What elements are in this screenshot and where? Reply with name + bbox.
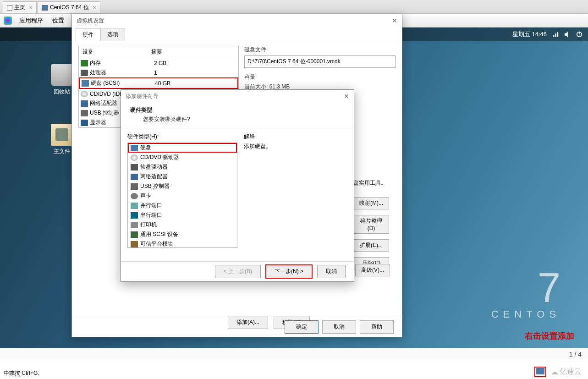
explain-label: 解释 bbox=[244, 133, 347, 141]
hardware-icon bbox=[131, 222, 138, 228]
menu-places[interactable]: 位置 bbox=[48, 15, 69, 27]
hardware-item-label: CD/DVD 驱动器 bbox=[140, 154, 179, 161]
device-name: 处理器 bbox=[90, 69, 154, 77]
hardware-type-item[interactable]: 打印机 bbox=[128, 220, 237, 230]
hardware-item-label: 硬盘 bbox=[140, 144, 151, 152]
app-icon bbox=[4, 16, 12, 25]
close-icon[interactable]: ✕ bbox=[29, 5, 33, 10]
svg-marker-3 bbox=[565, 32, 568, 37]
tab-options[interactable]: 选项 bbox=[100, 28, 125, 41]
hardware-item-label: 打印机 bbox=[140, 221, 157, 229]
volume-icon[interactable] bbox=[564, 31, 571, 38]
hardware-type-item[interactable]: 串行端口 bbox=[128, 210, 237, 220]
menu-applications[interactable]: 应用程序 bbox=[15, 15, 48, 27]
wizard-footer: < 上一步(B) 下一步(N) > 取消 bbox=[121, 261, 354, 281]
wizard-heading: 硬件类型 bbox=[130, 106, 345, 114]
hardware-type-item[interactable]: 声卡 bbox=[128, 191, 237, 201]
tray: ☁ 亿速云 bbox=[534, 367, 582, 377]
monitor-icon bbox=[42, 5, 48, 11]
hardware-icon bbox=[131, 203, 138, 209]
hardware-type-list[interactable]: 硬盘CD/DVD 驱动器软盘驱动器网络适配器USB 控制器声卡并行端口串行端口打… bbox=[127, 143, 237, 248]
hardware-type-item[interactable]: 软盘驱动器 bbox=[128, 162, 237, 172]
hardware-icon bbox=[131, 212, 138, 219]
expand-button[interactable]: 扩展(E)... bbox=[353, 239, 389, 252]
svg-rect-2 bbox=[557, 32, 559, 37]
back-button: < 上一步(B) bbox=[215, 265, 261, 278]
hardware-type-item[interactable]: USB 控制器 bbox=[128, 181, 237, 191]
device-summary: 40 GB bbox=[155, 80, 236, 87]
hardware-icon bbox=[131, 154, 138, 161]
status-bar: 中或按 Ctrl+G。 ☁ 亿速云 bbox=[0, 360, 588, 379]
settings-titlebar: 虚拟机设置 ✕ bbox=[72, 14, 402, 27]
device-icon bbox=[81, 60, 88, 66]
hardware-type-item[interactable]: 可信平台模块 bbox=[128, 239, 237, 248]
settings-footer: 确定 取消 帮助 bbox=[72, 317, 402, 337]
hardware-icon bbox=[131, 164, 138, 170]
svg-rect-1 bbox=[555, 33, 556, 37]
hardware-item-label: 并行端口 bbox=[140, 202, 162, 209]
hardware-type-item[interactable]: 网络适配器 bbox=[128, 172, 237, 181]
hardware-item-label: USB 控制器 bbox=[140, 182, 170, 190]
power-icon[interactable] bbox=[576, 31, 583, 38]
advanced-button[interactable]: 高级(V)... bbox=[355, 264, 390, 276]
svg-rect-0 bbox=[553, 35, 555, 37]
explain-text: 添加硬盘。 bbox=[244, 143, 347, 150]
hardware-icon bbox=[131, 183, 138, 190]
hardware-icon bbox=[131, 231, 138, 238]
device-summary: 2 GB bbox=[154, 60, 236, 66]
help-button[interactable]: 帮助 bbox=[360, 320, 394, 334]
device-row[interactable]: 硬盘 (SCSI)40 GB bbox=[79, 77, 238, 89]
header-device: 设备 bbox=[79, 46, 148, 58]
hardware-item-label: 网络适配器 bbox=[140, 173, 168, 181]
device-icon bbox=[81, 100, 88, 107]
defrag-button[interactable]: 碎片整理(D) bbox=[353, 215, 389, 234]
explain-panel: 解释 添加硬盘。 bbox=[244, 133, 347, 248]
device-list-header: 设备 摘要 bbox=[79, 46, 238, 58]
page-count: 1 / 4 bbox=[569, 351, 582, 358]
device-icon bbox=[81, 110, 88, 116]
hardware-item-label: 串行端口 bbox=[140, 211, 162, 219]
capacity-label: 容量 bbox=[244, 73, 396, 81]
tab-hardware[interactable]: 硬件 bbox=[76, 28, 100, 41]
device-icon bbox=[81, 120, 88, 126]
wizard-cancel-button[interactable]: 取消 bbox=[317, 265, 346, 278]
hardware-type-item[interactable]: 并行端口 bbox=[128, 201, 237, 210]
hardware-type-item[interactable]: 硬盘 bbox=[128, 143, 237, 153]
device-row[interactable]: 处理器1 bbox=[79, 68, 238, 77]
hardware-type-item[interactable]: 通用 SCSI 设备 bbox=[128, 230, 237, 239]
tab-home[interactable]: 主页 ✕ bbox=[3, 1, 37, 13]
hardware-item-label: 可信平台模块 bbox=[140, 240, 173, 248]
tab-vm[interactable]: CentOS 7 64 位 ✕ bbox=[38, 1, 100, 13]
settings-title: 虚拟机设置 bbox=[77, 17, 104, 25]
wizard-header: 硬件类型 您要安装哪类硬件? bbox=[121, 103, 354, 128]
status-text: 中或按 Ctrl+G。 bbox=[4, 369, 43, 377]
close-icon[interactable]: ✕ bbox=[392, 17, 397, 24]
home-icon bbox=[7, 5, 12, 11]
cancel-button[interactable]: 取消 bbox=[322, 320, 356, 334]
add-hardware-wizard: 添加硬件向导 ✕ 硬件类型 您要安装哪类硬件? 硬件类型(H): 硬盘CD/DV… bbox=[121, 89, 354, 282]
hardware-icon bbox=[131, 145, 138, 151]
utilities-fragment: 盘实用工具。 映射(M)... 碎片整理(D) 扩展(E)... 压缩(C) bbox=[353, 179, 390, 269]
app-tabs: 主页 ✕ CentOS 7 64 位 ✕ bbox=[0, 0, 588, 14]
map-button[interactable]: 映射(M)... bbox=[353, 197, 389, 209]
hardware-type-item[interactable]: CD/DVD 驱动器 bbox=[128, 153, 237, 162]
settings-tabs: 硬件 选项 bbox=[72, 28, 402, 41]
device-row[interactable]: 内存2 GB bbox=[79, 58, 238, 68]
device-icon bbox=[81, 91, 88, 97]
tray-highlight bbox=[534, 367, 546, 377]
ok-button[interactable]: 确定 bbox=[285, 320, 319, 334]
header-summary: 摘要 bbox=[148, 46, 238, 58]
close-icon[interactable]: ✕ bbox=[344, 93, 349, 100]
next-button[interactable]: 下一步(N) > bbox=[265, 264, 313, 279]
tab-vm-label: CentOS 7 64 位 bbox=[50, 4, 89, 11]
network-icon[interactable] bbox=[552, 31, 559, 38]
disk-tray-icon[interactable] bbox=[536, 368, 544, 374]
disk-file-path: D:\7\70\CentOS 7 64 位-000001.vmdk bbox=[244, 55, 396, 68]
hardware-item-label: 通用 SCSI 设备 bbox=[140, 231, 178, 238]
device-icon bbox=[82, 80, 89, 87]
close-icon[interactable]: ✕ bbox=[93, 5, 96, 10]
hardware-item-label: 声卡 bbox=[140, 192, 151, 200]
centos-name: CENTOS bbox=[491, 308, 561, 320]
wizard-titlebar: 添加硬件向导 ✕ bbox=[121, 90, 354, 103]
brand-logo: ☁ 亿速云 bbox=[551, 367, 582, 377]
